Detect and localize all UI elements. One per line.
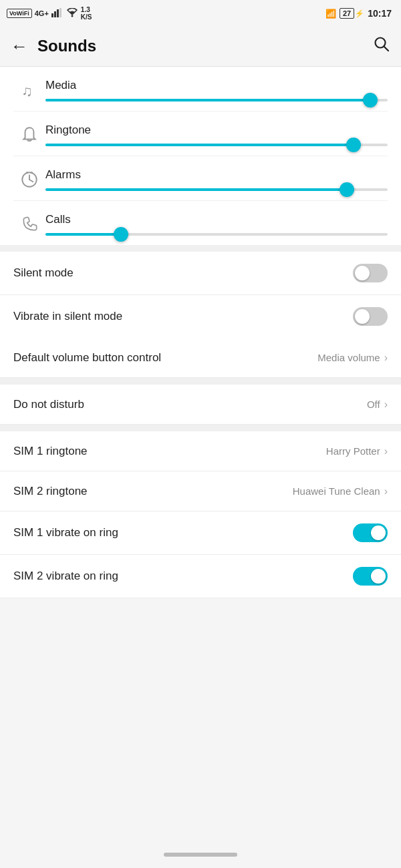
toggle-label-sim1_vibrate: SIM 1 vibrate on ring (13, 526, 118, 539)
bottom-bar (0, 841, 401, 868)
toggle-label-sim2_vibrate: SIM 2 vibrate on ring (13, 570, 118, 583)
clock-icon (13, 170, 45, 190)
toggle-switch-vibrate_silent[interactable] (353, 307, 388, 326)
volume-control-media: Media (45, 79, 388, 101)
link-value-volume_button_control: Media volume › (317, 352, 388, 364)
toggle-row-sim1_vibrate[interactable]: SIM 1 vibrate on ring (0, 511, 401, 555)
toggle-knob-sim2_vibrate (371, 569, 386, 584)
volume-slider-media[interactable] (45, 99, 388, 101)
slider-fill-media (45, 99, 370, 101)
value-do_not_disturb: Off › (367, 399, 388, 411)
sim-ringtone-section: SIM 1 ringtone Harry Potter › SIM 2 ring… (0, 431, 401, 511)
row-sim2_ringtone[interactable]: SIM 2 ringtone Huawei Tune Clean › (0, 471, 401, 511)
volume-control-calls: Calls (45, 213, 388, 236)
value-sim2_ringtone: Huawei Tune Clean › (293, 485, 388, 497)
toggle-label-silent_mode: Silent mode (13, 266, 74, 280)
svg-rect-3 (59, 8, 61, 17)
volume-button-section: Default volume button control Media volu… (0, 338, 401, 378)
network-speed: 1.3K/S (81, 6, 92, 21)
toggle-row-vibrate_silent[interactable]: Vibrate in silent mode (0, 295, 401, 338)
volume-section: ♫ Media Ringtone (0, 67, 401, 245)
volume-label-media: Media (45, 79, 388, 92)
wifi-icon (66, 8, 78, 19)
music-icon: ♫ (13, 80, 45, 100)
slider-thumb-calls[interactable] (114, 227, 128, 242)
volume-item-alarms: Alarms (13, 156, 388, 201)
label-sim2_ringtone: SIM 2 ringtone (13, 485, 88, 498)
signal-strength: 4G+ (35, 9, 49, 17)
chevron-icon: › (384, 399, 388, 411)
link-label-volume_button_control: Default volume button control (13, 351, 161, 365)
toggle-knob-sim1_vibrate (371, 525, 386, 540)
back-button[interactable]: ← (11, 37, 28, 55)
toggle-label-vibrate_silent: Vibrate in silent mode (13, 310, 122, 323)
battery-indicator: 27 ⚡ (340, 8, 364, 19)
volume-item-calls: Calls (13, 201, 388, 245)
dnd-section: Do not disturb Off › (0, 385, 401, 425)
phone-icon (13, 214, 45, 234)
toggle-switch-sim1_vibrate[interactable] (353, 523, 388, 542)
row-do_not_disturb[interactable]: Do not disturb Off › (0, 385, 401, 425)
svg-text:♫: ♫ (21, 83, 33, 99)
volume-label-calls: Calls (45, 213, 388, 226)
value-text-sim1_ringtone: Harry Potter (326, 445, 380, 457)
volume-item-ringtone: Ringtone (13, 112, 388, 156)
toggle-row-sim2_vibrate[interactable]: SIM 2 vibrate on ring (0, 555, 401, 598)
toggle-row-silent_mode[interactable]: Silent mode (0, 252, 401, 295)
page-title: Sounds (37, 37, 373, 55)
toggle-switch-silent_mode[interactable] (353, 264, 388, 282)
volume-item-media: ♫ Media (13, 67, 388, 112)
time-display: 10:17 (368, 8, 392, 19)
charging-icon: ⚡ (355, 9, 364, 18)
value-sim1_ringtone: Harry Potter › (326, 445, 388, 457)
chevron-icon: › (384, 445, 388, 457)
bluetooth-icon: 📶 (325, 9, 336, 19)
section-divider-3 (0, 425, 401, 431)
svg-rect-2 (57, 9, 59, 17)
slider-fill-alarms (45, 188, 347, 191)
svg-rect-0 (51, 13, 53, 17)
svg-line-6 (384, 46, 389, 51)
toggle-switch-sim2_vibrate[interactable] (353, 567, 388, 586)
volume-slider-calls[interactable] (45, 233, 388, 236)
link-value-text-volume_button_control: Media volume (317, 352, 380, 363)
status-bar: VoWiFi 4G+ 1.3K/S 📶 27 ⚡ 10:17 (0, 0, 401, 25)
section-divider-2 (0, 378, 401, 385)
slider-thumb-alarms[interactable] (340, 182, 354, 197)
slider-thumb-ringtone[interactable] (346, 138, 361, 152)
search-button[interactable] (373, 35, 390, 57)
volume-label-alarms: Alarms (45, 168, 388, 182)
svg-rect-1 (54, 11, 56, 17)
status-bar-left: VoWiFi 4G+ 1.3K/S (7, 6, 92, 21)
label-sim1_ringtone: SIM 1 ringtone (13, 445, 88, 458)
svg-point-4 (71, 15, 73, 17)
volume-slider-ringtone[interactable] (45, 144, 388, 146)
volume-control-ringtone: Ringtone (45, 124, 388, 146)
chevron-icon: › (384, 485, 388, 497)
slider-fill-calls (45, 233, 121, 236)
volume-control-alarms: Alarms (45, 168, 388, 191)
volume-slider-alarms[interactable] (45, 188, 388, 191)
signal-bars (51, 8, 63, 19)
home-indicator (164, 853, 237, 857)
label-do_not_disturb: Do not disturb (13, 398, 84, 411)
value-text-sim2_ringtone: Huawei Tune Clean (293, 485, 380, 497)
status-bar-right: 📶 27 ⚡ 10:17 (325, 8, 392, 19)
toggle-knob-vibrate_silent (355, 309, 370, 324)
chevron-icon: › (384, 352, 388, 364)
slider-thumb-media[interactable] (363, 93, 378, 107)
section-divider-1 (0, 245, 401, 252)
header: ← Sounds (0, 25, 401, 67)
battery-level: 27 (340, 8, 354, 19)
sim-vibrate-section: SIM 1 vibrate on ring SIM 2 vibrate on r… (0, 511, 401, 598)
link-row-volume_button_control[interactable]: Default volume button control Media volu… (0, 338, 401, 378)
volume-label-ringtone: Ringtone (45, 124, 388, 137)
toggles-section: Silent mode Vibrate in silent mode (0, 252, 401, 338)
svg-line-10 (29, 180, 33, 182)
toggle-knob-silent_mode (355, 266, 370, 280)
bell-icon (13, 125, 45, 145)
slider-fill-ringtone (45, 144, 354, 146)
row-sim1_ringtone[interactable]: SIM 1 ringtone Harry Potter › (0, 431, 401, 471)
value-text-do_not_disturb: Off (367, 399, 380, 410)
vowifi-indicator: VoWiFi (7, 9, 32, 18)
